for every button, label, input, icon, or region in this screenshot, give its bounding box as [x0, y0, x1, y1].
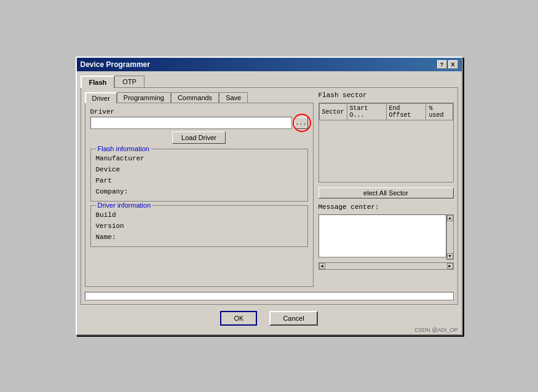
inner-tab-row: Driver Programming Commands Save	[85, 92, 314, 103]
bottom-buttons: OK Cancel	[81, 305, 458, 331]
progress-bar	[85, 292, 454, 300]
tab-commands[interactable]: Commands	[171, 92, 219, 103]
driver-input[interactable]	[90, 117, 292, 129]
message-v-scrollbar[interactable]: ▲ ▼	[446, 214, 454, 260]
tab-save[interactable]: Save	[219, 92, 248, 103]
version-row: Version	[96, 221, 303, 232]
scroll-down-arrow[interactable]: ▼	[447, 253, 453, 259]
flash-sector-label: Flash sector	[318, 92, 454, 99]
driver-field-label: Driver	[90, 108, 308, 116]
scroll-left-arrow[interactable]: ◀	[319, 263, 325, 269]
message-center-label: Message center:	[318, 203, 454, 211]
company-row: Company:	[96, 186, 303, 197]
ok-button[interactable]: OK	[220, 311, 257, 326]
title-bar: Device Programmer ? X	[77, 58, 462, 71]
device-row: Device	[96, 164, 303, 175]
browse-button[interactable]: ...	[295, 117, 308, 129]
driver-tab-content: Driver ... Load Driver	[85, 103, 314, 287]
load-driver-button[interactable]: Load Driver	[172, 131, 226, 144]
window-body: Flash OTP Driver Programming Commands Sa…	[77, 71, 462, 334]
scroll-up-arrow[interactable]: ▲	[447, 215, 453, 221]
watermark: CSDN @ADI_OP	[414, 327, 457, 333]
manufacturer-row: Manufacturer	[96, 153, 303, 164]
col-start: Start O...	[347, 104, 386, 120]
sector-table-container[interactable]: Sector Start O... End Offset % used	[318, 103, 454, 182]
help-button[interactable]: ?	[437, 60, 447, 69]
left-panel: Driver Programming Commands Save Driver	[85, 92, 314, 287]
select-all-button[interactable]: elect All Sector	[318, 187, 454, 198]
driver-info-section: Driver information Build Version Name:	[90, 205, 308, 247]
col-sector: Sector	[319, 104, 347, 120]
flash-info-section: Flash information Manufacturer Device Pa…	[90, 149, 308, 202]
sector-table: Sector Start O... End Offset % used	[319, 103, 453, 120]
tab-otp[interactable]: OTP	[114, 76, 144, 88]
message-area-wrapper: ▲ ▼	[318, 214, 454, 260]
driver-info-title: Driver information	[96, 202, 153, 209]
build-row: Build	[96, 210, 303, 221]
part-row: Part	[96, 175, 303, 186]
message-h-scrollbar[interactable]: ◀ ▶	[318, 262, 454, 270]
main-window: Device Programmer ? X Flash OTP Driver P…	[76, 57, 463, 335]
scroll-right-arrow[interactable]: ▶	[447, 263, 453, 269]
tab-driver[interactable]: Driver	[85, 92, 117, 103]
outer-tab-content: Driver Programming Commands Save Driver	[81, 87, 458, 305]
message-textarea[interactable]	[318, 214, 446, 257]
close-button[interactable]: X	[448, 60, 458, 69]
col-end: End Offset	[386, 104, 426, 120]
title-bar-buttons: ? X	[437, 60, 458, 69]
window-title: Device Programmer	[81, 60, 150, 69]
flash-info-title: Flash information	[96, 145, 151, 152]
col-used: % used	[426, 104, 453, 120]
cancel-button[interactable]: Cancel	[269, 311, 317, 326]
driver-input-row: ...	[90, 117, 308, 129]
browse-icon: ...	[295, 120, 306, 127]
name-row: Name:	[96, 232, 303, 243]
right-panel: Flash sector Sector Start O... End Offse…	[318, 92, 454, 287]
tab-flash[interactable]: Flash	[81, 76, 115, 88]
outer-tab-row: Flash OTP	[81, 75, 458, 87]
tab-programming[interactable]: Programming	[117, 92, 171, 103]
main-layout: Driver Programming Commands Save Driver	[85, 92, 454, 287]
